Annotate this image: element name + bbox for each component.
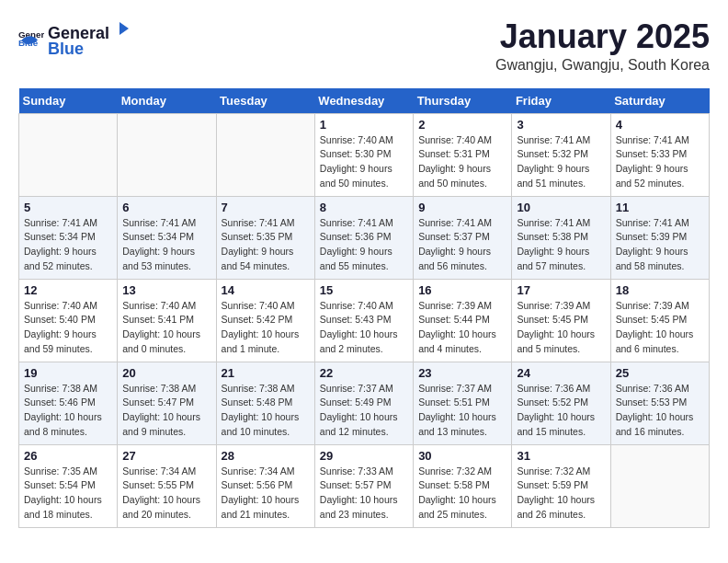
day-info: Sunrise: 7:34 AM Sunset: 5:56 PM Dayligh… bbox=[222, 465, 310, 523]
day-cell-15: 15Sunrise: 7:40 AM Sunset: 5:43 PM Dayli… bbox=[314, 279, 413, 362]
day-info: Sunrise: 7:34 AM Sunset: 5:55 PM Dayligh… bbox=[122, 465, 210, 523]
day-info: Sunrise: 7:38 AM Sunset: 5:47 PM Dayligh… bbox=[122, 382, 210, 440]
day-cell-17: 17Sunrise: 7:39 AM Sunset: 5:45 PM Dayli… bbox=[512, 279, 610, 362]
day-info: Sunrise: 7:39 AM Sunset: 5:45 PM Dayligh… bbox=[616, 299, 704, 357]
day-number: 23 bbox=[418, 366, 506, 380]
calendar-subtitle: Gwangju, Gwangju, South Korea bbox=[495, 57, 710, 74]
day-cell-12: 12Sunrise: 7:40 AM Sunset: 5:40 PM Dayli… bbox=[19, 279, 118, 362]
day-header-sunday: Sunday bbox=[19, 88, 118, 114]
day-info: Sunrise: 7:41 AM Sunset: 5:36 PM Dayligh… bbox=[320, 216, 408, 274]
week-row-3: 12Sunrise: 7:40 AM Sunset: 5:40 PM Dayli… bbox=[19, 279, 710, 362]
empty-cell bbox=[19, 113, 118, 196]
day-info: Sunrise: 7:32 AM Sunset: 5:59 PM Dayligh… bbox=[517, 465, 605, 523]
day-cell-11: 11Sunrise: 7:41 AM Sunset: 5:39 PM Dayli… bbox=[610, 196, 709, 279]
day-info: Sunrise: 7:32 AM Sunset: 5:58 PM Dayligh… bbox=[418, 465, 506, 523]
day-number: 18 bbox=[616, 283, 704, 297]
empty-cell bbox=[216, 113, 314, 196]
day-cell-25: 25Sunrise: 7:36 AM Sunset: 5:53 PM Dayli… bbox=[610, 362, 709, 444]
day-info: Sunrise: 7:41 AM Sunset: 5:34 PM Dayligh… bbox=[122, 216, 210, 274]
day-cell-26: 26Sunrise: 7:35 AM Sunset: 5:54 PM Dayli… bbox=[19, 444, 118, 527]
day-info: Sunrise: 7:38 AM Sunset: 5:46 PM Dayligh… bbox=[24, 382, 112, 440]
day-number: 20 bbox=[122, 366, 210, 380]
logo-icon: General Blue bbox=[18, 26, 44, 52]
page-header: General Blue General Blue January 2025 G… bbox=[18, 18, 710, 74]
day-number: 16 bbox=[418, 283, 506, 297]
week-row-1: 1Sunrise: 7:40 AM Sunset: 5:30 PM Daylig… bbox=[19, 113, 710, 196]
day-header-thursday: Thursday bbox=[414, 88, 512, 114]
day-cell-21: 21Sunrise: 7:38 AM Sunset: 5:48 PM Dayli… bbox=[216, 362, 314, 444]
day-number: 30 bbox=[418, 449, 506, 463]
day-cell-6: 6Sunrise: 7:41 AM Sunset: 5:34 PM Daylig… bbox=[118, 196, 216, 279]
day-info: Sunrise: 7:36 AM Sunset: 5:52 PM Dayligh… bbox=[517, 382, 605, 440]
day-number: 2 bbox=[418, 118, 506, 132]
day-info: Sunrise: 7:41 AM Sunset: 5:33 PM Dayligh… bbox=[616, 133, 704, 191]
day-cell-9: 9Sunrise: 7:41 AM Sunset: 5:37 PM Daylig… bbox=[414, 196, 512, 279]
day-info: Sunrise: 7:41 AM Sunset: 5:38 PM Dayligh… bbox=[517, 216, 605, 274]
day-header-monday: Monday bbox=[118, 88, 216, 114]
day-cell-28: 28Sunrise: 7:34 AM Sunset: 5:56 PM Dayli… bbox=[216, 444, 314, 527]
empty-cell bbox=[610, 444, 709, 527]
calendar-title: January 2025 bbox=[495, 18, 710, 55]
days-header-row: SundayMondayTuesdayWednesdayThursdayFrid… bbox=[19, 88, 710, 114]
day-cell-1: 1Sunrise: 7:40 AM Sunset: 5:30 PM Daylig… bbox=[314, 113, 413, 196]
svg-text:Blue: Blue bbox=[18, 38, 39, 48]
day-cell-3: 3Sunrise: 7:41 AM Sunset: 5:32 PM Daylig… bbox=[512, 113, 610, 196]
day-info: Sunrise: 7:35 AM Sunset: 5:54 PM Dayligh… bbox=[24, 465, 112, 523]
day-info: Sunrise: 7:41 AM Sunset: 5:32 PM Dayligh… bbox=[517, 133, 605, 191]
day-number: 31 bbox=[517, 449, 605, 463]
week-row-2: 5Sunrise: 7:41 AM Sunset: 5:34 PM Daylig… bbox=[19, 196, 710, 279]
week-row-5: 26Sunrise: 7:35 AM Sunset: 5:54 PM Dayli… bbox=[19, 444, 710, 527]
day-number: 11 bbox=[616, 201, 704, 214]
day-cell-2: 2Sunrise: 7:40 AM Sunset: 5:31 PM Daylig… bbox=[414, 113, 512, 196]
day-number: 5 bbox=[24, 201, 112, 214]
day-cell-19: 19Sunrise: 7:38 AM Sunset: 5:46 PM Dayli… bbox=[19, 362, 118, 444]
day-info: Sunrise: 7:40 AM Sunset: 5:31 PM Dayligh… bbox=[418, 133, 506, 191]
day-number: 8 bbox=[320, 201, 408, 214]
day-header-tuesday: Tuesday bbox=[216, 88, 314, 114]
day-cell-23: 23Sunrise: 7:37 AM Sunset: 5:51 PM Dayli… bbox=[414, 362, 512, 444]
day-cell-27: 27Sunrise: 7:34 AM Sunset: 5:55 PM Dayli… bbox=[118, 444, 216, 527]
day-number: 25 bbox=[616, 366, 704, 380]
day-number: 10 bbox=[517, 201, 605, 214]
day-cell-7: 7Sunrise: 7:41 AM Sunset: 5:35 PM Daylig… bbox=[216, 196, 314, 279]
day-cell-20: 20Sunrise: 7:38 AM Sunset: 5:47 PM Dayli… bbox=[118, 362, 216, 444]
day-number: 29 bbox=[320, 449, 408, 463]
day-number: 13 bbox=[122, 283, 210, 297]
day-cell-29: 29Sunrise: 7:33 AM Sunset: 5:57 PM Dayli… bbox=[314, 444, 413, 527]
day-info: Sunrise: 7:41 AM Sunset: 5:37 PM Dayligh… bbox=[418, 216, 506, 274]
logo: General Blue General Blue bbox=[18, 18, 131, 59]
day-info: Sunrise: 7:40 AM Sunset: 5:41 PM Dayligh… bbox=[122, 299, 210, 357]
day-cell-22: 22Sunrise: 7:37 AM Sunset: 5:49 PM Dayli… bbox=[314, 362, 413, 444]
day-number: 26 bbox=[24, 449, 112, 463]
day-cell-18: 18Sunrise: 7:39 AM Sunset: 5:45 PM Dayli… bbox=[610, 279, 709, 362]
day-info: Sunrise: 7:37 AM Sunset: 5:49 PM Dayligh… bbox=[320, 382, 408, 440]
day-info: Sunrise: 7:40 AM Sunset: 5:43 PM Dayligh… bbox=[320, 299, 408, 357]
week-row-4: 19Sunrise: 7:38 AM Sunset: 5:46 PM Dayli… bbox=[19, 362, 710, 444]
day-info: Sunrise: 7:33 AM Sunset: 5:57 PM Dayligh… bbox=[320, 465, 408, 523]
day-number: 17 bbox=[517, 283, 605, 297]
day-cell-10: 10Sunrise: 7:41 AM Sunset: 5:38 PM Dayli… bbox=[512, 196, 610, 279]
day-cell-24: 24Sunrise: 7:36 AM Sunset: 5:52 PM Dayli… bbox=[512, 362, 610, 444]
calendar-table: SundayMondayTuesdayWednesdayThursdayFrid… bbox=[18, 88, 710, 528]
day-header-saturday: Saturday bbox=[610, 88, 709, 114]
day-info: Sunrise: 7:39 AM Sunset: 5:44 PM Dayligh… bbox=[418, 299, 506, 357]
day-number: 7 bbox=[222, 201, 310, 214]
day-cell-13: 13Sunrise: 7:40 AM Sunset: 5:41 PM Dayli… bbox=[118, 279, 216, 362]
day-info: Sunrise: 7:41 AM Sunset: 5:34 PM Dayligh… bbox=[24, 216, 112, 274]
day-info: Sunrise: 7:36 AM Sunset: 5:53 PM Dayligh… bbox=[616, 382, 704, 440]
day-number: 15 bbox=[320, 283, 408, 297]
day-number: 24 bbox=[517, 366, 605, 380]
day-number: 12 bbox=[24, 283, 112, 297]
day-info: Sunrise: 7:40 AM Sunset: 5:30 PM Dayligh… bbox=[320, 133, 408, 191]
day-cell-16: 16Sunrise: 7:39 AM Sunset: 5:44 PM Dayli… bbox=[414, 279, 512, 362]
day-number: 14 bbox=[222, 283, 310, 297]
day-cell-30: 30Sunrise: 7:32 AM Sunset: 5:58 PM Dayli… bbox=[414, 444, 512, 527]
day-number: 1 bbox=[320, 118, 408, 132]
day-number: 19 bbox=[24, 366, 112, 380]
day-header-friday: Friday bbox=[512, 88, 610, 114]
day-info: Sunrise: 7:41 AM Sunset: 5:39 PM Dayligh… bbox=[616, 216, 704, 274]
day-cell-31: 31Sunrise: 7:32 AM Sunset: 5:59 PM Dayli… bbox=[512, 444, 610, 527]
day-number: 9 bbox=[418, 201, 506, 214]
day-number: 4 bbox=[616, 118, 704, 132]
day-info: Sunrise: 7:40 AM Sunset: 5:40 PM Dayligh… bbox=[24, 299, 112, 357]
